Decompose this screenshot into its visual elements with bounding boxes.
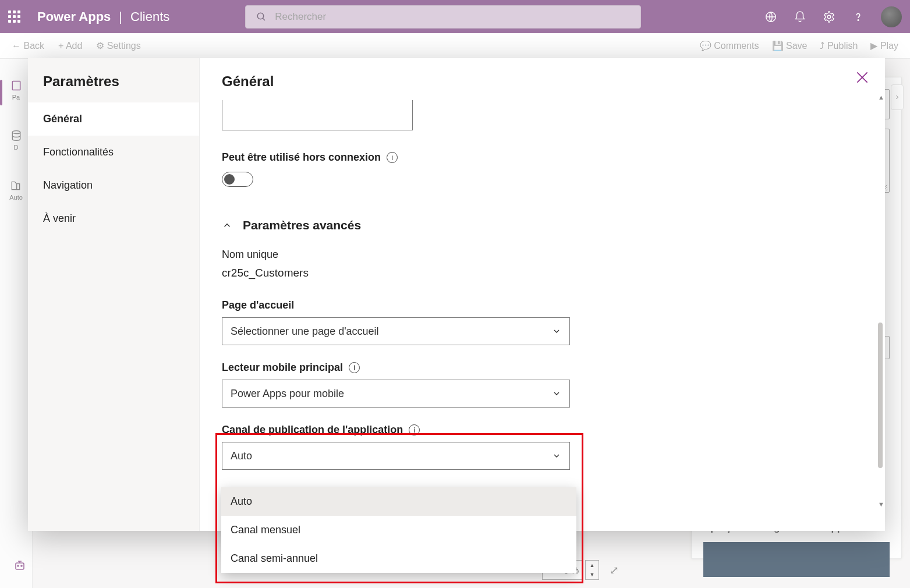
release-channel-dropdown: Auto Canal mensuel Canal semi-annuel: [221, 487, 576, 573]
release-channel-option-auto[interactable]: Auto: [221, 487, 576, 516]
app-header: Power Apps | Clients: [0, 0, 910, 33]
chevron-down-icon: [552, 327, 561, 336]
nav-features[interactable]: Fonctionnalités: [28, 136, 199, 169]
description-input-partial[interactable]: [222, 100, 413, 130]
offline-label: Peut être utilisé hors connexion i: [222, 151, 863, 164]
svg-point-8: [17, 565, 19, 566]
command-bar: ← Back + Add ⚙ Settings 💬 Comments 💾 Sav…: [0, 33, 910, 59]
unique-name-label: Nom unique: [222, 249, 863, 261]
fit-icon[interactable]: ⤢: [610, 564, 619, 577]
rail-automation-label: Auto: [9, 194, 23, 201]
rail-data-label: D: [14, 144, 19, 151]
copilot-icon[interactable]: [13, 559, 27, 575]
notifications-icon[interactable]: [794, 10, 806, 23]
svg-point-3: [827, 15, 831, 19]
context-title: Clients: [130, 9, 169, 24]
home-page-select-value: Sélectionner une page d'accueil: [231, 325, 379, 338]
rail-data[interactable]: D: [10, 130, 22, 151]
mobile-player-select-value: Power Apps pour mobile: [231, 388, 344, 400]
svg-point-4: [858, 19, 858, 20]
panel-collapse-icon[interactable]: [891, 84, 904, 110]
zoom-spinner[interactable]: ▲▼: [585, 560, 599, 580]
settings-modal-content: Général Peut être utilisé hors connexion…: [200, 58, 885, 531]
svg-point-9: [21, 565, 22, 566]
waffle-icon[interactable]: [8, 10, 21, 23]
release-channel-label: Canal de publication de l'application i: [222, 424, 863, 436]
close-button[interactable]: [855, 70, 870, 87]
chevron-down-icon: [552, 451, 561, 461]
info-icon[interactable]: i: [387, 152, 398, 163]
info-icon[interactable]: i: [409, 424, 420, 435]
content-heading: Général: [222, 73, 863, 90]
release-channel-option-semi[interactable]: Canal semi-annuel: [221, 544, 576, 573]
offline-toggle[interactable]: [222, 172, 253, 187]
svg-point-6: [12, 131, 20, 134]
release-channel-option-monthly[interactable]: Canal mensuel: [221, 516, 576, 544]
scroll-down-icon[interactable]: ▼: [878, 501, 883, 508]
rail-pages-label: Pa: [12, 94, 20, 101]
chevron-up-icon: [222, 220, 232, 231]
chevron-down-icon: [552, 389, 561, 398]
nav-coming[interactable]: À venir: [28, 202, 199, 235]
search-icon: [256, 12, 267, 22]
mobile-player-select[interactable]: Power Apps pour mobile: [222, 380, 570, 408]
thumbnail-preview-tile: [703, 542, 890, 577]
settings-modal: Paramètres Général Fonctionnalités Navig…: [28, 58, 885, 531]
settings-modal-sidebar: Paramètres Général Fonctionnalités Navig…: [28, 58, 200, 531]
content-scroll: Peut être utilisé hors connexion i Param…: [222, 100, 863, 523]
rail-pages[interactable]: Pa: [10, 80, 22, 101]
settings-modal-title: Paramètres: [28, 58, 199, 102]
app-title: Power Apps: [37, 9, 111, 24]
mobile-player-label: Lecteur mobile principal i: [222, 362, 863, 374]
close-icon: [855, 70, 870, 85]
header-right: [764, 6, 902, 27]
settings-icon[interactable]: [823, 10, 835, 23]
release-channel-select[interactable]: Auto: [222, 442, 570, 470]
scroll-up-icon[interactable]: ▲: [878, 94, 883, 101]
search-box[interactable]: [245, 5, 641, 29]
user-avatar[interactable]: [881, 6, 902, 27]
advanced-section-header[interactable]: Paramètres avancés: [222, 218, 863, 232]
search-input[interactable]: [275, 11, 630, 23]
nav-general[interactable]: Général: [28, 102, 199, 136]
scroll-thumb[interactable]: [878, 323, 883, 468]
svg-line-1: [263, 18, 265, 20]
unique-name-value: cr25c_Customers: [222, 267, 863, 279]
home-page-label: Page d'accueil: [222, 299, 863, 311]
release-channel-select-value: Auto: [231, 450, 252, 462]
info-icon[interactable]: i: [349, 362, 360, 373]
svg-point-0: [258, 13, 264, 19]
home-page-select[interactable]: Sélectionner une page d'accueil: [222, 317, 570, 345]
svg-rect-5: [12, 82, 20, 90]
title-divider: |: [119, 9, 122, 24]
environment-icon[interactable]: [764, 10, 777, 23]
modal-scrollbar[interactable]: ▲ ▼: [878, 94, 883, 508]
help-icon[interactable]: [852, 10, 865, 23]
nav-navigation[interactable]: Navigation: [28, 169, 199, 202]
svg-rect-7: [16, 563, 24, 569]
rail-automation[interactable]: Auto: [9, 180, 23, 201]
